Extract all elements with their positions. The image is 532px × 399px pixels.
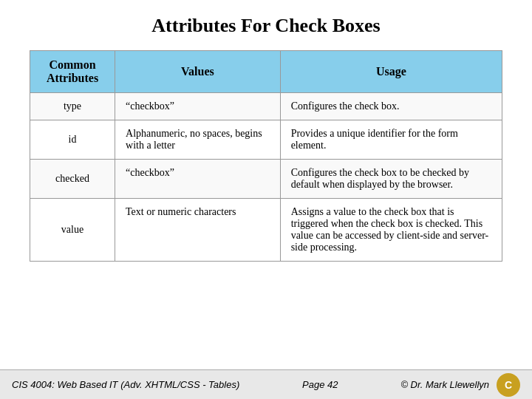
attribute-usage: Configures the check box to be checked b… xyxy=(280,160,502,199)
attribute-usage: Assigns a value to the check box that is… xyxy=(280,199,502,262)
header-col1: Common Attributes xyxy=(30,51,115,93)
table-row: checked“checkbox”Configures the check bo… xyxy=(30,160,502,199)
footer-course: CIS 4004: Web Based IT (Adv. XHTML/CSS -… xyxy=(12,379,239,390)
footer-right-group: © Dr. Mark Llewellyn C xyxy=(400,373,520,397)
attribute-usage: Configures the check box. xyxy=(280,93,502,120)
main-content: Attributes For Check Boxes Common Attrib… xyxy=(0,0,532,369)
table-row: valueText or numeric charactersAssigns a… xyxy=(30,199,502,262)
table-row: idAlphanumeric, no spaces, begins with a… xyxy=(30,120,502,160)
attribute-values: “checkbox” xyxy=(115,160,281,199)
attributes-table: Common Attributes Values Usage type“chec… xyxy=(30,50,502,262)
attribute-name: id xyxy=(30,120,115,160)
attribute-values: Alphanumeric, no spaces, begins with a l… xyxy=(115,120,281,160)
attribute-usage: Provides a unique identifier for the for… xyxy=(280,120,502,160)
attribute-name: type xyxy=(30,93,115,120)
attribute-values: “checkbox” xyxy=(115,93,281,120)
header-col3: Usage xyxy=(280,51,502,93)
attribute-values: Text or numeric characters xyxy=(115,199,281,262)
footer: CIS 4004: Web Based IT (Adv. XHTML/CSS -… xyxy=(0,369,532,399)
attribute-name: value xyxy=(30,199,115,262)
footer-logo: C xyxy=(497,373,520,397)
page-title: Attributes For Check Boxes xyxy=(30,15,502,37)
attribute-name: checked xyxy=(30,160,115,199)
footer-page: Page 42 xyxy=(302,379,338,390)
table-row: type“checkbox”Configures the check box. xyxy=(30,93,502,120)
footer-author: © Dr. Mark Llewellyn xyxy=(400,379,489,390)
header-col2: Values xyxy=(115,51,281,93)
